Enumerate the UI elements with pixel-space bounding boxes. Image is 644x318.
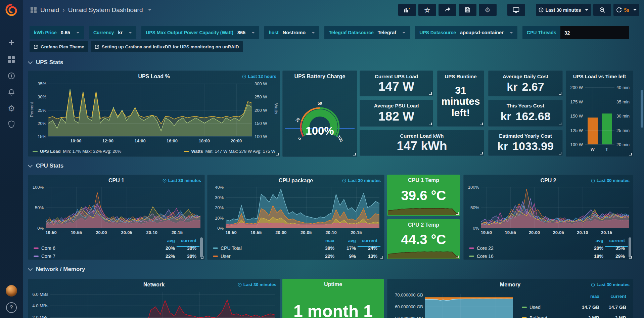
legend-series-ups-load[interactable]: UPS LoadMin: 17% Max: 32% Avg: 20%: [33, 149, 121, 154]
stat-title[interactable]: Average Daily Cost: [503, 74, 548, 79]
panel-current-ups-load: Current UPS Load 147 W: [360, 71, 433, 96]
sidebar-item-configuration[interactable]: ⚙: [0, 101, 23, 116]
panel-title[interactable]: Uptime: [282, 281, 384, 287]
chevron-down-icon: [28, 59, 33, 64]
variable-currency[interactable]: Currencykr: [89, 26, 136, 39]
stat-title[interactable]: This Years Cost: [507, 103, 544, 108]
panel-time-range[interactable]: Last 30 minutes: [238, 282, 276, 287]
y-axis-right: 40 min35 min30 min25 min20 min: [616, 87, 632, 144]
legend-swatch: [33, 151, 38, 152]
page-title[interactable]: Unraid System Dashboard: [68, 6, 143, 14]
settings-button[interactable]: ⚙: [479, 4, 497, 16]
stat-title[interactable]: Current Load kWh: [400, 133, 444, 139]
section-network-memory[interactable]: Network / Memory: [29, 266, 85, 273]
legend-series-user[interactable]: User: [213, 254, 313, 259]
panel-cpu1-temp: CPU 1 Temp 39.6 °C: [387, 175, 460, 216]
chevron-down-icon[interactable]: [148, 9, 151, 11]
link-grafana-plex-theme[interactable]: Grafana Plex Theme: [30, 41, 88, 52]
breadcrumb-app[interactable]: Unraid: [40, 6, 59, 14]
stat-title[interactable]: Average PSU Load: [374, 103, 419, 108]
stat-title[interactable]: Current UPS Load: [375, 74, 418, 79]
cycle-view-button[interactable]: [507, 4, 525, 16]
zoom-out-button[interactable]: [593, 4, 611, 16]
sidebar-item-admin[interactable]: [0, 117, 23, 132]
sidebar-item-explore[interactable]: [0, 68, 23, 84]
variable-label: Telegraf Datasource: [329, 30, 374, 35]
panel-ups-load-vs-time-left: UPS Load vs Time left 200 W175 W150 W125…: [566, 71, 633, 157]
stat-title[interactable]: Estimated Yearly Cost: [499, 133, 552, 139]
section-cpu-stats[interactable]: CPU Stats: [29, 163, 63, 169]
external-link-icon: [95, 45, 99, 49]
time-range-picker[interactable]: Last 30 minutes: [536, 4, 591, 16]
panel-title[interactable]: UPS Load vs Time left: [566, 74, 633, 79]
variable-label: UPS Datasource: [419, 30, 456, 35]
stat-title[interactable]: UPS Runtime: [445, 74, 476, 79]
stat-value: 1033.99: [512, 140, 554, 153]
section-ups-stats[interactable]: UPS Stats: [29, 59, 63, 66]
battery-value: 100%: [283, 125, 357, 137]
link-ups-monitoring-guide[interactable]: Setting up Grafana and InfluxDB for UPS …: [91, 41, 243, 52]
legend-series-core16[interactable]: Core 16: [469, 254, 582, 259]
share-button[interactable]: [439, 4, 456, 16]
sidebar-item-dashboards[interactable]: [0, 52, 23, 67]
legend-series-core6[interactable]: Core 6: [34, 245, 153, 251]
sidebar-item-create[interactable]: +: [0, 35, 23, 50]
legend-series-used[interactable]: Used: [522, 305, 572, 310]
legend-scrollbar[interactable]: [200, 237, 203, 258]
panel-time-range[interactable]: Last 30 minutes: [591, 282, 630, 287]
ups-load-chart: [48, 84, 252, 136]
legend-col-current[interactable]: current: [599, 294, 626, 299]
panel-title[interactable]: CPU 1 Temp: [387, 177, 460, 183]
legend-series-buffered[interactable]: Buffered: [522, 315, 572, 318]
save-button[interactable]: [459, 4, 476, 16]
legend-row: CPU Total38%17%24%: [213, 245, 377, 251]
memory-chart: [425, 294, 513, 318]
grafana-logo-icon[interactable]: [5, 3, 18, 17]
panel-time-range[interactable]: Last 30 minutes: [163, 178, 201, 183]
currency: kr: [507, 80, 517, 93]
add-panel-button[interactable]: [398, 4, 416, 16]
panel-cpu2-temp: CPU 2 Temp 44.3 °C: [387, 219, 460, 259]
refresh-interval[interactable]: 5s: [624, 7, 629, 13]
y-axis: 100%50%0%: [466, 187, 479, 228]
clock-icon: [591, 283, 595, 287]
variable-ups-datasource[interactable]: UPS Datasourceapcupsd-container: [415, 26, 517, 39]
y-axis-label-right: Watts: [274, 103, 279, 114]
panel-ups-runtime: UPS Runtime 31 minutes left!: [437, 71, 484, 127]
variable-host[interactable]: hostNostromo: [264, 26, 319, 39]
shield-icon: [8, 120, 15, 128]
refresh-button[interactable]: 5s: [613, 4, 639, 16]
panel-network: Network Last 30 minutes 6.0 MBs4.0 MBs2.…: [28, 279, 280, 318]
variable-label: CPU Threads: [527, 30, 556, 35]
variable-ups-max-output[interactable]: UPS Max Output Power Capacity (Watt)865: [141, 26, 259, 39]
variable-value: Telegraf: [378, 30, 396, 35]
legend-series-core22[interactable]: Core 22: [469, 245, 582, 251]
page-scrollbar[interactable]: [641, 90, 643, 128]
panel-time-range[interactable]: Last 30 minutes: [342, 178, 381, 183]
panel-cpu-package: CPU package Last 30 minutes 40%30%20%10%…: [207, 175, 384, 260]
sidebar: + ⚙ ?: [0, 0, 23, 318]
legend-col-max[interactable]: max: [572, 294, 599, 299]
legend-avg: 22%: [153, 254, 175, 259]
panel-time-range[interactable]: Last 30 minutes: [591, 178, 630, 183]
variable-kwh-price[interactable]: kWh Price0.65: [30, 26, 84, 39]
panel-title[interactable]: UPS Battery Charge: [283, 74, 357, 80]
legend-series-core7[interactable]: Core 7: [34, 254, 153, 259]
legend-series-watts[interactable]: WattsMin: 147 W Max: 278 W Avg: 175 W: [184, 149, 275, 154]
panel-title[interactable]: CPU 2 Temp: [387, 222, 460, 228]
legend-scrollbar[interactable]: [629, 237, 631, 258]
cpu-threads-input[interactable]: [560, 26, 629, 39]
variable-telegraf-datasource[interactable]: Telegraf DatasourceTelegraf: [324, 26, 410, 39]
chevron-down-icon: [585, 9, 588, 11]
section-title: CPU Stats: [36, 163, 63, 169]
star-button[interactable]: ☆: [418, 4, 436, 16]
y-axis: 40%30%20%10%0%: [210, 187, 224, 228]
y-axis: 6.0 MBs4.0 MBs2.0 MBs: [30, 292, 48, 318]
clock-icon: [238, 283, 242, 287]
sidebar-item-profile[interactable]: [0, 283, 23, 299]
sidebar-item-alerting[interactable]: [0, 85, 23, 100]
sidebar-item-help[interactable]: ?: [0, 300, 23, 315]
panel-time-range[interactable]: Last 12 hours: [242, 74, 276, 79]
legend-series-cpu-total[interactable]: CPU Total: [213, 245, 313, 251]
ups-stats-grid: Current UPS Load 147 W UPS Runtime 31 mi…: [360, 71, 563, 156]
